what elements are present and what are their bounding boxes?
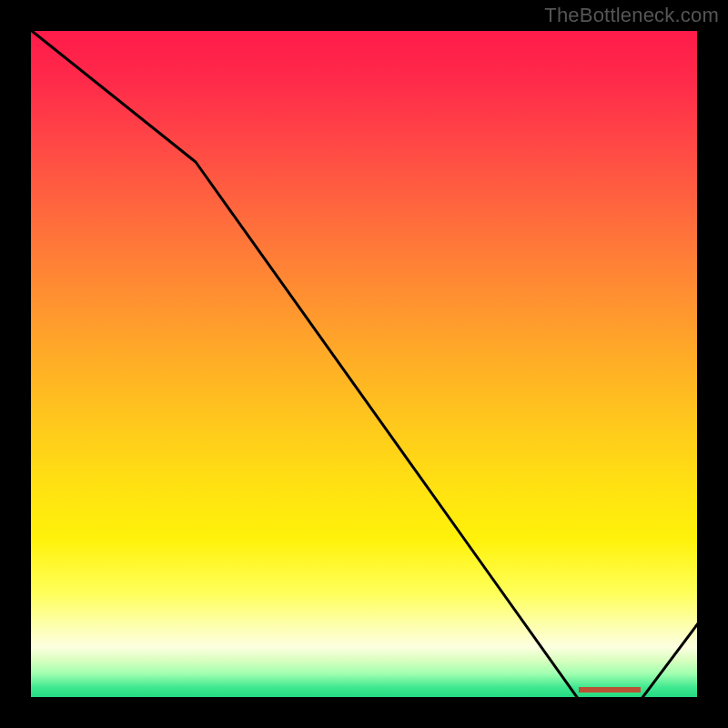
chart-frame: TheBottleneck.com [0,0,728,728]
watermark-text: TheBottleneck.com [544,4,719,27]
optimal-range-band [579,687,641,693]
plot-gradient-background [27,27,701,701]
